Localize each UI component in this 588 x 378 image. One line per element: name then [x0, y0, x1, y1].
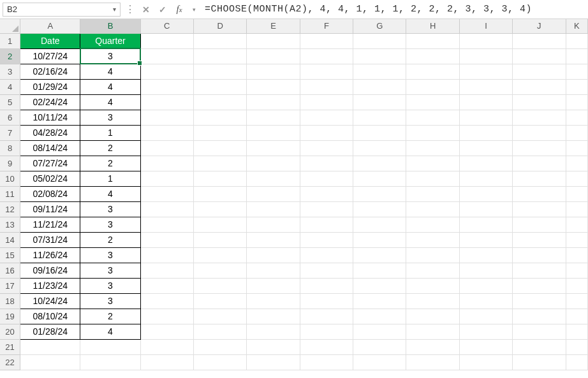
cell-D8[interactable]	[193, 140, 246, 156]
cell-J17[interactable]	[513, 278, 566, 293]
cell-E9[interactable]	[247, 156, 300, 171]
cell-J6[interactable]	[513, 110, 566, 125]
row-header-9[interactable]: 9	[0, 156, 20, 171]
cell-A14[interactable]: 07/31/24	[20, 232, 80, 247]
cell-F4[interactable]	[300, 79, 353, 94]
cell-I1[interactable]	[459, 33, 512, 48]
cell-F10[interactable]	[300, 171, 353, 186]
cell-A5[interactable]: 02/24/24	[20, 94, 80, 110]
cell-C2[interactable]	[140, 48, 193, 64]
row-header-12[interactable]: 12	[0, 201, 20, 217]
cell-G1[interactable]	[353, 33, 406, 48]
cell-I13[interactable]	[459, 217, 512, 232]
column-header-H[interactable]: H	[406, 19, 459, 33]
cell-C22[interactable]	[140, 354, 193, 370]
cell-B19[interactable]: 2	[80, 309, 140, 324]
cell-C9[interactable]	[140, 156, 193, 171]
cell-H22[interactable]	[406, 354, 459, 370]
cell-J2[interactable]	[513, 48, 566, 64]
cell-C19[interactable]	[140, 309, 193, 324]
cell-C14[interactable]	[140, 232, 193, 247]
cell-A17[interactable]: 11/23/24	[20, 278, 80, 293]
cell-D13[interactable]	[193, 217, 246, 232]
cell-K12[interactable]	[566, 201, 588, 217]
cell-G5[interactable]	[353, 94, 406, 110]
cell-A16[interactable]: 09/16/24	[20, 263, 80, 278]
cell-K3[interactable]	[566, 64, 588, 79]
row-header-13[interactable]: 13	[0, 217, 20, 232]
cell-A3[interactable]: 02/16/24	[20, 64, 80, 79]
cell-J22[interactable]	[513, 354, 566, 370]
cell-E8[interactable]	[247, 140, 300, 156]
cell-C12[interactable]	[140, 201, 193, 217]
cell-G9[interactable]	[353, 156, 406, 171]
row-header-22[interactable]: 22	[0, 354, 20, 370]
cell-J16[interactable]	[513, 263, 566, 278]
spreadsheet-grid[interactable]: ABCDEFGHIJK1DateQuarter210/27/243302/16/…	[0, 19, 588, 370]
chevron-down-icon[interactable]: ▾	[113, 6, 116, 13]
cell-K1[interactable]	[566, 33, 588, 48]
cell-C17[interactable]	[140, 278, 193, 293]
cell-C1[interactable]	[140, 33, 193, 48]
cell-E5[interactable]	[247, 94, 300, 110]
cell-H9[interactable]	[406, 156, 459, 171]
cell-G19[interactable]	[353, 309, 406, 324]
cell-K22[interactable]	[566, 354, 588, 370]
cell-I10[interactable]	[459, 171, 512, 186]
cell-B12[interactable]: 3	[80, 201, 140, 217]
formula-input[interactable]	[202, 3, 585, 17]
cell-H20[interactable]	[406, 324, 459, 339]
cell-C11[interactable]	[140, 186, 193, 201]
cell-F2[interactable]	[300, 48, 353, 64]
row-header-8[interactable]: 8	[0, 140, 20, 156]
row-header-6[interactable]: 6	[0, 110, 20, 125]
cell-D21[interactable]	[193, 339, 246, 354]
column-header-K[interactable]: K	[566, 19, 588, 33]
cell-H19[interactable]	[406, 309, 459, 324]
cell-F5[interactable]	[300, 94, 353, 110]
column-header-G[interactable]: G	[353, 19, 406, 33]
cell-G3[interactable]	[353, 64, 406, 79]
cell-B13[interactable]: 3	[80, 217, 140, 232]
cell-K13[interactable]	[566, 217, 588, 232]
cell-B11[interactable]: 4	[80, 186, 140, 201]
row-header-10[interactable]: 10	[0, 171, 20, 186]
cell-K20[interactable]	[566, 324, 588, 339]
cell-F3[interactable]	[300, 64, 353, 79]
cell-J8[interactable]	[513, 140, 566, 156]
cell-K5[interactable]	[566, 94, 588, 110]
cell-D16[interactable]	[193, 263, 246, 278]
cell-I22[interactable]	[459, 354, 512, 370]
cell-D19[interactable]	[193, 309, 246, 324]
cell-A4[interactable]: 01/29/24	[20, 79, 80, 94]
row-header-17[interactable]: 17	[0, 278, 20, 293]
cell-H4[interactable]	[406, 79, 459, 94]
row-header-14[interactable]: 14	[0, 232, 20, 247]
cell-I19[interactable]	[459, 309, 512, 324]
cell-B10[interactable]: 1	[80, 171, 140, 186]
cancel-icon[interactable]: ✕	[140, 3, 152, 17]
cell-A8[interactable]: 08/14/24	[20, 140, 80, 156]
cell-E6[interactable]	[247, 110, 300, 125]
cell-B5[interactable]: 4	[80, 94, 140, 110]
row-header-2[interactable]: 2	[0, 48, 20, 64]
row-header-3[interactable]: 3	[0, 64, 20, 79]
cell-K7[interactable]	[566, 125, 588, 140]
cell-D4[interactable]	[193, 79, 246, 94]
cell-J18[interactable]	[513, 293, 566, 309]
cell-D15[interactable]	[193, 247, 246, 263]
cell-J3[interactable]	[513, 64, 566, 79]
cell-J14[interactable]	[513, 232, 566, 247]
cell-A6[interactable]: 10/11/24	[20, 110, 80, 125]
row-header-1[interactable]: 1	[0, 33, 20, 48]
cell-E4[interactable]	[247, 79, 300, 94]
cell-D20[interactable]	[193, 324, 246, 339]
cell-H11[interactable]	[406, 186, 459, 201]
cell-E14[interactable]	[247, 232, 300, 247]
name-box[interactable]: B2 ▾	[3, 3, 121, 17]
cell-I14[interactable]	[459, 232, 512, 247]
cell-A21[interactable]	[20, 339, 80, 354]
cell-A1[interactable]: Date	[20, 33, 80, 48]
cell-D11[interactable]	[193, 186, 246, 201]
cell-J5[interactable]	[513, 94, 566, 110]
